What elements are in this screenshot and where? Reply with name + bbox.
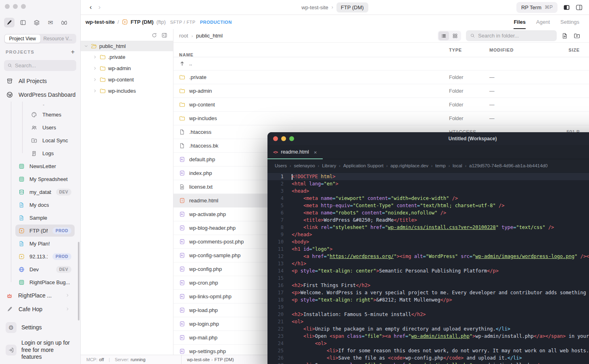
code-line[interactable]: 16<h2>First Things First</h2> <box>267 282 589 289</box>
file-row-wp-content[interactable]: wp-content Folder — <box>173 98 589 112</box>
layers-icon[interactable] <box>31 18 42 27</box>
sidebar-item-logs[interactable]: Logs <box>0 147 80 160</box>
code-line[interactable]: 2<html lang="en"> <box>267 180 589 187</box>
tab-agent[interactable]: Agent <box>536 15 550 29</box>
sidebar-item-my-spreadsheet[interactable]: My Spreadsheet <box>0 173 80 185</box>
refresh-icon[interactable] <box>151 32 157 38</box>
mail-icon[interactable]: ✉ <box>45 18 56 27</box>
tree-item-public-html[interactable]: public_html <box>81 41 173 51</box>
column-type[interactable]: TYPE <box>449 48 462 52</box>
sidebar-item-my-docs[interactable]: My docs <box>0 198 80 211</box>
code-line[interactable]: 23 <li>Open <span class="file"><a href="… <box>267 333 589 340</box>
new-folder-button[interactable] <box>574 33 580 39</box>
code-line[interactable]: 10<body> <box>267 238 589 245</box>
sidebar-item-rightplace[interactable]: RightPlace ... <box>0 289 80 302</box>
sidebar-item-cafe-hop[interactable]: Cafe Hop <box>0 302 80 316</box>
code-line[interactable]: 25 <li>If for some reason this does not … <box>267 347 589 354</box>
sidebar-item-wordpress-dashboard[interactable]: WordPress Dashboard <box>0 88 80 102</box>
code-line[interactable]: 21<ol> <box>267 318 589 325</box>
code-line[interactable]: 18<p style="text-align: right">&#8212; M… <box>267 296 589 304</box>
code-line[interactable]: 7 <title>WordPress &#8250; ReadMe</title… <box>267 216 589 224</box>
tree-item-wp-admin[interactable]: wp-admin <box>81 62 173 74</box>
collapse-panel-icon[interactable] <box>161 32 167 38</box>
sidebar-item-themes[interactable]: Themes <box>0 108 80 121</box>
login-item[interactable]: Login or sign up for free for more featu… <box>0 337 80 363</box>
sidebar-item-[interactable]: - <box>0 102 80 108</box>
app-logo-icon[interactable] <box>4 18 15 27</box>
add-project-button[interactable]: + <box>71 49 75 55</box>
code-line[interactable]: 14<p style="text-align: center">Semantic… <box>267 267 589 275</box>
window-controls[interactable] <box>5 4 26 9</box>
code-line[interactable]: 15 <box>267 275 589 282</box>
code-line[interactable]: 3<head> <box>267 187 589 195</box>
editor-path-segment[interactable]: a129d570-74e8-4d96-ab1a-bb4414d0 <box>469 163 547 168</box>
editor-path-segment[interactable]: Users <box>275 163 287 168</box>
column-size[interactable]: SIZE <box>556 48 580 52</box>
sidebar-search-input[interactable]: Search... <box>4 60 76 71</box>
sidebar-item-users[interactable]: Users <box>0 121 80 134</box>
new-file-button[interactable] <box>562 33 568 39</box>
forward-button[interactable]: › <box>98 3 101 11</box>
sidebar-item-rightplace-bug[interactable]: RightPlace Bug... <box>0 276 80 289</box>
editor-path-segment[interactable]: Application Support <box>343 163 384 168</box>
column-modified[interactable]: MODIFIED <box>489 48 514 52</box>
sidebar-item-my-datab[interactable]: my_datab...DEV <box>0 185 80 198</box>
connection-site[interactable]: wp-test-site <box>86 19 115 25</box>
sidebar-item-92-113-19[interactable]: 92.113.19....PROD <box>0 250 80 263</box>
editor-window-controls[interactable] <box>273 136 294 141</box>
back-button[interactable]: ‹ <box>90 3 92 11</box>
editor-path-segment[interactable]: selenayoo <box>294 163 315 168</box>
code-line[interactable]: 17<p>Welcome. WordPress is a very specia… <box>267 289 589 296</box>
sidebar-scrollbar[interactable] <box>78 242 79 320</box>
file-row-wp-includes[interactable]: wp-includes Folder — <box>173 112 589 125</box>
code-line[interactable]: 20<h2>Installation: Famous 5-minute inst… <box>267 311 589 318</box>
tree-item-private[interactable]: .private <box>81 51 173 62</box>
code-line[interactable]: 24 <ol> <box>267 340 589 347</box>
close-tab-icon[interactable]: × <box>314 149 317 155</box>
list-view-button[interactable] <box>439 31 449 40</box>
sidebar-item-local-sync[interactable]: Local Sync <box>0 134 80 147</box>
code-editor[interactable]: 1<!DOCTYPE html>2<html lang="en">3<head>… <box>267 172 589 364</box>
sidebar-item-dev[interactable]: DevDEV <box>0 263 80 276</box>
tab-project-view[interactable]: Project View <box>5 35 40 43</box>
status-crumb-site[interactable]: wp-test-site <box>187 357 210 362</box>
code-line[interactable]: 5 <meta http-equiv="Content-Type" conten… <box>267 202 589 209</box>
code-line[interactable]: 1<!DOCTYPE html> <box>267 173 589 180</box>
tab-settings[interactable]: Settings <box>560 15 579 29</box>
code-line[interactable]: 12 <a href="https://wordpress.org/"><img… <box>267 253 589 260</box>
code-line[interactable]: 11<h1 id="logo"> <box>267 245 589 253</box>
code-line[interactable]: 19 <box>267 304 589 311</box>
window-layout-icon[interactable] <box>18 18 28 27</box>
code-line[interactable]: 27 <li>Open <span class="file"><a href="… <box>267 362 589 364</box>
status-crumb-name[interactable]: FTP (DM) <box>214 357 234 362</box>
binoculars-icon[interactable] <box>59 18 69 27</box>
folder-search-input[interactable]: Search in folder... <box>466 30 557 41</box>
crumb-root[interactable]: root <box>179 33 188 39</box>
file-row-dot--[interactable]: .. <box>173 57 589 71</box>
code-line[interactable]: 26 <li>Save the file as <code>wp-config.… <box>267 354 589 362</box>
breadcrumb-active[interactable]: FTP (DM) <box>336 2 368 12</box>
tree-item-wp-includes[interactable]: wp-includes <box>81 85 173 96</box>
editor-path-segment[interactable]: app.rightplace.dev <box>391 163 428 168</box>
code-line[interactable]: 13</h1> <box>267 260 589 267</box>
sidebar-item-my-plan[interactable]: My Plan! <box>0 237 80 250</box>
code-line[interactable]: 4 <meta name="viewport" content="width=d… <box>267 195 589 202</box>
editor-tab-readme[interactable]: <> readme.html × <box>267 145 323 159</box>
code-line[interactable]: 6 <meta name="robots" content="noindex,n… <box>267 209 589 216</box>
sidebar-item-ftp-dm[interactable]: FTP (DM)PROD <box>0 224 80 237</box>
editor-titlebar[interactable]: Untitled (Workspace) <box>267 132 589 145</box>
grid-view-button[interactable] <box>450 31 460 40</box>
editor-path-segment[interactable]: Library <box>322 163 336 168</box>
tree-item-wp-content[interactable]: wp-content <box>81 74 173 85</box>
sidebar-item-all-projects[interactable]: All Projects <box>0 74 80 88</box>
code-line[interactable]: 8 <link rel="stylesheet" href="wp-admin/… <box>267 224 589 231</box>
tab-resource-view[interactable]: Resource V... <box>40 35 76 43</box>
sidebar-item-newsletter[interactable]: NewsLetter <box>0 160 80 173</box>
toggle-right-panel-icon[interactable] <box>576 4 583 11</box>
file-row-dot-private[interactable]: .private Folder — <box>173 71 589 84</box>
settings-item[interactable]: ⚙ Settings <box>0 320 80 335</box>
editor-path-segment[interactable]: local <box>453 163 462 168</box>
terminal-button[interactable]: RP Term ⌘P <box>516 2 558 13</box>
editor-path-segment[interactable]: temp <box>435 163 446 168</box>
toggle-left-panel-icon[interactable] <box>563 4 570 11</box>
